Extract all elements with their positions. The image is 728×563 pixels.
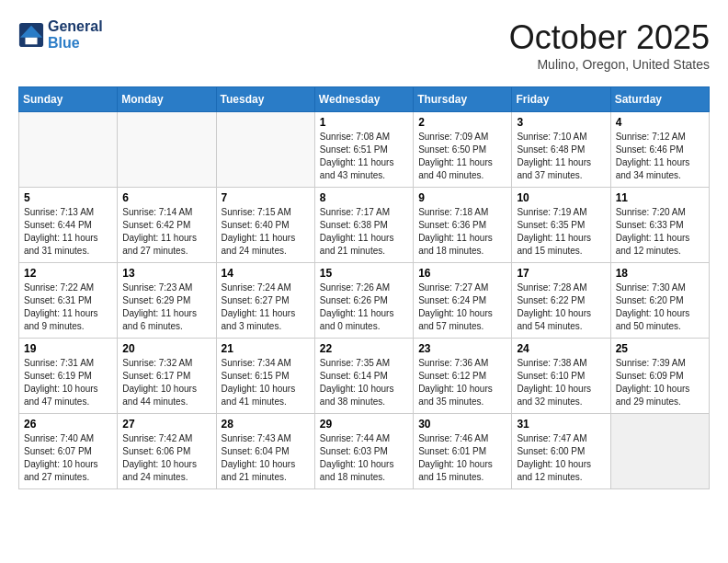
day-info: Sunrise: 7:28 AM Sunset: 6:22 PM Dayligh… [517,282,605,333]
weekday-header: Friday [512,87,610,112]
calendar-cell: 17Sunrise: 7:28 AM Sunset: 6:22 PM Dayli… [512,263,610,339]
calendar-cell: 10Sunrise: 7:19 AM Sunset: 6:35 PM Dayli… [512,188,610,263]
day-info: Sunrise: 7:10 AM Sunset: 6:48 PM Dayligh… [517,131,605,182]
page-header: General Blue October 2025 Mulino, Oregon… [18,18,710,72]
day-info: Sunrise: 7:27 AM Sunset: 6:24 PM Dayligh… [418,282,506,333]
day-info: Sunrise: 7:22 AM Sunset: 6:31 PM Dayligh… [24,282,112,333]
calendar-cell: 14Sunrise: 7:24 AM Sunset: 6:27 PM Dayli… [216,263,314,339]
calendar-cell: 19Sunrise: 7:31 AM Sunset: 6:19 PM Dayli… [19,339,118,414]
day-number: 26 [24,418,112,431]
calendar-cell: 8Sunrise: 7:17 AM Sunset: 6:38 PM Daylig… [314,188,413,263]
day-number: 3 [517,116,605,129]
calendar-cell: 1Sunrise: 7:08 AM Sunset: 6:51 PM Daylig… [314,112,413,188]
day-info: Sunrise: 7:42 AM Sunset: 6:06 PM Dayligh… [122,432,210,484]
day-info: Sunrise: 7:44 AM Sunset: 6:03 PM Dayligh… [320,432,408,484]
calendar-cell [19,112,118,188]
day-info: Sunrise: 7:09 AM Sunset: 6:50 PM Dayligh… [418,131,506,182]
day-number: 19 [24,342,112,355]
calendar-week-row: 1Sunrise: 7:08 AM Sunset: 6:51 PM Daylig… [19,112,710,188]
day-info: Sunrise: 7:47 AM Sunset: 6:00 PM Dayligh… [517,432,605,484]
day-number: 15 [320,267,408,280]
day-number: 29 [320,418,408,431]
calendar-cell: 5Sunrise: 7:13 AM Sunset: 6:44 PM Daylig… [19,188,118,263]
day-number: 2 [418,116,506,129]
day-number: 30 [418,418,506,431]
calendar-cell: 23Sunrise: 7:36 AM Sunset: 6:12 PM Dayli… [414,339,512,414]
calendar-cell: 20Sunrise: 7:32 AM Sunset: 6:17 PM Dayli… [118,339,216,414]
day-info: Sunrise: 7:15 AM Sunset: 6:40 PM Dayligh… [222,206,310,258]
calendar-week-row: 19Sunrise: 7:31 AM Sunset: 6:19 PM Dayli… [19,339,710,414]
calendar-cell: 2Sunrise: 7:09 AM Sunset: 6:50 PM Daylig… [414,112,512,188]
calendar-week-row: 26Sunrise: 7:40 AM Sunset: 6:07 PM Dayli… [19,414,710,489]
calendar-cell: 27Sunrise: 7:42 AM Sunset: 6:06 PM Dayli… [118,414,216,489]
calendar-cell: 30Sunrise: 7:46 AM Sunset: 6:01 PM Dayli… [414,414,512,489]
day-info: Sunrise: 7:34 AM Sunset: 6:15 PM Dayligh… [222,357,310,408]
calendar-cell: 16Sunrise: 7:27 AM Sunset: 6:24 PM Dayli… [414,263,512,339]
day-number: 8 [320,191,408,204]
day-info: Sunrise: 7:18 AM Sunset: 6:36 PM Dayligh… [418,206,506,258]
day-info: Sunrise: 7:31 AM Sunset: 6:19 PM Dayligh… [24,357,112,408]
calendar-cell: 11Sunrise: 7:20 AM Sunset: 6:33 PM Dayli… [610,188,709,263]
day-number: 6 [122,191,210,204]
logo-icon [18,22,44,48]
calendar-cell: 9Sunrise: 7:18 AM Sunset: 6:36 PM Daylig… [414,188,512,263]
calendar-cell [216,112,314,188]
svg-rect-2 [25,38,37,44]
day-info: Sunrise: 7:13 AM Sunset: 6:44 PM Dayligh… [24,206,112,258]
calendar-cell [118,112,216,188]
day-number: 23 [418,342,506,355]
day-info: Sunrise: 7:38 AM Sunset: 6:10 PM Dayligh… [517,357,605,408]
day-info: Sunrise: 7:24 AM Sunset: 6:27 PM Dayligh… [222,282,310,333]
calendar-week-row: 12Sunrise: 7:22 AM Sunset: 6:31 PM Dayli… [19,263,710,339]
day-number: 7 [222,191,310,204]
calendar-cell: 15Sunrise: 7:26 AM Sunset: 6:26 PM Dayli… [314,263,413,339]
day-info: Sunrise: 7:30 AM Sunset: 6:20 PM Dayligh… [616,282,704,333]
calendar-cell: 7Sunrise: 7:15 AM Sunset: 6:40 PM Daylig… [216,188,314,263]
calendar-cell: 21Sunrise: 7:34 AM Sunset: 6:15 PM Dayli… [216,339,314,414]
calendar-cell: 29Sunrise: 7:44 AM Sunset: 6:03 PM Dayli… [314,414,413,489]
day-info: Sunrise: 7:39 AM Sunset: 6:09 PM Dayligh… [616,357,704,408]
calendar-cell: 4Sunrise: 7:12 AM Sunset: 6:46 PM Daylig… [610,112,709,188]
weekday-header: Tuesday [216,87,314,112]
day-number: 24 [517,342,605,355]
logo: General Blue [18,18,103,52]
day-number: 13 [122,267,210,280]
day-info: Sunrise: 7:20 AM Sunset: 6:33 PM Dayligh… [616,206,704,258]
location: Mulino, Oregon, United States [509,57,710,72]
day-number: 27 [122,418,210,431]
logo-text: General Blue [48,18,103,52]
calendar-table: SundayMondayTuesdayWednesdayThursdayFrid… [18,86,710,489]
weekday-header: Monday [118,87,216,112]
calendar-cell: 28Sunrise: 7:43 AM Sunset: 6:04 PM Dayli… [216,414,314,489]
calendar-cell: 13Sunrise: 7:23 AM Sunset: 6:29 PM Dayli… [118,263,216,339]
day-number: 11 [616,191,704,204]
calendar-cell: 18Sunrise: 7:30 AM Sunset: 6:20 PM Dayli… [610,263,709,339]
calendar-cell: 26Sunrise: 7:40 AM Sunset: 6:07 PM Dayli… [19,414,118,489]
day-info: Sunrise: 7:43 AM Sunset: 6:04 PM Dayligh… [222,432,310,484]
day-number: 5 [24,191,112,204]
day-number: 18 [616,267,704,280]
day-number: 12 [24,267,112,280]
day-number: 9 [418,191,506,204]
day-info: Sunrise: 7:17 AM Sunset: 6:38 PM Dayligh… [320,206,408,258]
day-info: Sunrise: 7:26 AM Sunset: 6:26 PM Dayligh… [320,282,408,333]
day-info: Sunrise: 7:23 AM Sunset: 6:29 PM Dayligh… [122,282,210,333]
day-number: 17 [517,267,605,280]
weekday-header-row: SundayMondayTuesdayWednesdayThursdayFrid… [19,87,710,112]
day-number: 4 [616,116,704,129]
day-number: 20 [122,342,210,355]
day-info: Sunrise: 7:12 AM Sunset: 6:46 PM Dayligh… [616,131,704,182]
weekday-header: Saturday [610,87,709,112]
day-number: 14 [222,267,310,280]
calendar-cell: 12Sunrise: 7:22 AM Sunset: 6:31 PM Dayli… [19,263,118,339]
day-info: Sunrise: 7:32 AM Sunset: 6:17 PM Dayligh… [122,357,210,408]
weekday-header: Sunday [19,87,118,112]
calendar-cell: 22Sunrise: 7:35 AM Sunset: 6:14 PM Dayli… [314,339,413,414]
day-info: Sunrise: 7:08 AM Sunset: 6:51 PM Dayligh… [320,131,408,182]
day-number: 31 [517,418,605,431]
day-info: Sunrise: 7:46 AM Sunset: 6:01 PM Dayligh… [418,432,506,484]
day-number: 21 [222,342,310,355]
day-number: 22 [320,342,408,355]
calendar-cell: 31Sunrise: 7:47 AM Sunset: 6:00 PM Dayli… [512,414,610,489]
day-info: Sunrise: 7:40 AM Sunset: 6:07 PM Dayligh… [24,432,112,484]
